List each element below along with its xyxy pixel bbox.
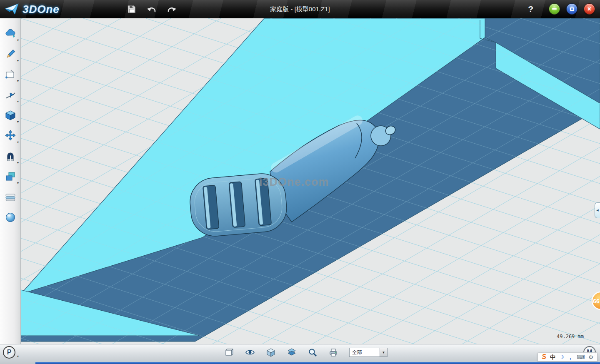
filter-dropdown-value: 全部 <box>350 348 380 357</box>
paper-plane-icon <box>4 3 20 15</box>
toolbar-item-render-sphere[interactable] <box>0 207 21 227</box>
help-button[interactable]: ? <box>528 0 533 18</box>
maximize-button[interactable] <box>566 3 578 15</box>
undo-icon <box>146 5 157 14</box>
close-button[interactable]: × <box>584 3 595 15</box>
layers-button[interactable] <box>287 347 297 357</box>
watermark: i3DOne.com <box>259 176 329 188</box>
toolbar-item-combine-boolean[interactable]: ▾ <box>0 166 21 187</box>
viewport[interactable]: i3DOne.com 49.269 mm 66 ◀ <box>21 18 600 344</box>
sketch-edit-icon <box>5 89 16 101</box>
layers-icon <box>287 347 297 357</box>
combine-icon <box>5 171 16 182</box>
redo-button[interactable] <box>166 3 178 15</box>
visibility-button[interactable] <box>245 347 255 357</box>
measurement-label: 49.269 mm <box>557 334 584 339</box>
sogou-logo-icon[interactable]: S <box>542 354 546 360</box>
viewport-canvas[interactable]: i3DOne.com 49.269 mm 66 <box>21 18 600 344</box>
taskbar-edge <box>35 362 600 364</box>
printer-icon <box>328 347 338 357</box>
sketch-plane-icon <box>5 69 16 80</box>
move-arrows-icon <box>5 130 16 142</box>
section-layers-icon <box>5 191 16 203</box>
bottom-bar: P ▾ <box>0 344 600 364</box>
datum-plane-button[interactable] <box>224 347 234 357</box>
maximize-icon <box>570 7 574 11</box>
minimize-icon <box>552 8 557 10</box>
toolbar-item-sketch-plane[interactable]: ▾ <box>0 64 21 85</box>
shapes-library-icon <box>5 28 16 40</box>
toolbar-item-move-transform[interactable]: ▾ <box>0 125 21 146</box>
cube-icon <box>5 110 16 121</box>
chevron-down-icon: ▼ <box>380 348 387 357</box>
toolbar-item-sketch-draw[interactable]: ▾ <box>0 44 21 64</box>
pencil-icon <box>5 48 16 60</box>
perspective-dropdown-arrow[interactable]: ▾ <box>17 354 19 358</box>
save-icon <box>127 5 136 14</box>
toolbar-item-magnet-assembly[interactable]: ▾ <box>0 146 21 166</box>
print-button[interactable] <box>328 347 338 357</box>
toolbar-item-shapes-library[interactable]: ▾ <box>0 23 21 44</box>
moon-mode-icon[interactable]: ☽ <box>559 354 564 360</box>
display-cube-icon <box>266 347 276 357</box>
app-logo-text: 3DOne <box>22 3 60 16</box>
filter-dropdown[interactable]: 全部 ▼ <box>349 348 388 357</box>
titlebar: 3DOne <box>0 0 600 18</box>
chevron-left-icon: ◀ <box>596 209 598 212</box>
magnifier-icon <box>308 347 318 357</box>
save-button[interactable] <box>126 3 138 15</box>
document-title: 家庭版 - [模型001.Z1] <box>270 0 330 18</box>
close-icon: × <box>588 6 591 12</box>
perspective-button[interactable]: P <box>3 346 15 359</box>
datum-plane-icon <box>224 347 234 357</box>
toolbar-item-material-section[interactable] <box>0 187 21 207</box>
undo-button[interactable] <box>146 3 158 15</box>
badge-count: 66 <box>593 298 600 304</box>
panel-collapse-tab[interactable]: ◀ <box>595 202 600 218</box>
magnet-icon <box>5 150 16 162</box>
app-window: 3DOne <box>0 0 600 364</box>
display-mode-button[interactable] <box>266 347 276 357</box>
toolbar-item-solid-modeling[interactable]: ▾ <box>0 105 21 125</box>
soft-keyboard-icon[interactable]: ⌨ <box>577 354 585 360</box>
sphere-icon <box>5 212 16 223</box>
language-mode-icon[interactable]: 中 <box>550 354 555 360</box>
minimize-button[interactable] <box>549 3 560 15</box>
ime-toolbox-icon[interactable]: ⚙ <box>588 354 593 360</box>
redo-icon <box>166 5 177 14</box>
ime-toolbar: S 中 ☽ ， ⌨ ⚙ <box>538 352 598 362</box>
app-logo: 3DOne <box>4 0 60 18</box>
eye-icon <box>245 347 255 357</box>
punctuation-icon[interactable]: ， <box>568 354 573 360</box>
toolbar-item-sketch-edit[interactable]: ▾ <box>0 85 21 105</box>
perspective-button-label: P <box>7 349 12 356</box>
zoom-button[interactable] <box>308 347 318 357</box>
left-toolbar: ▾ ▾ ▾ ▾ <box>0 18 21 344</box>
